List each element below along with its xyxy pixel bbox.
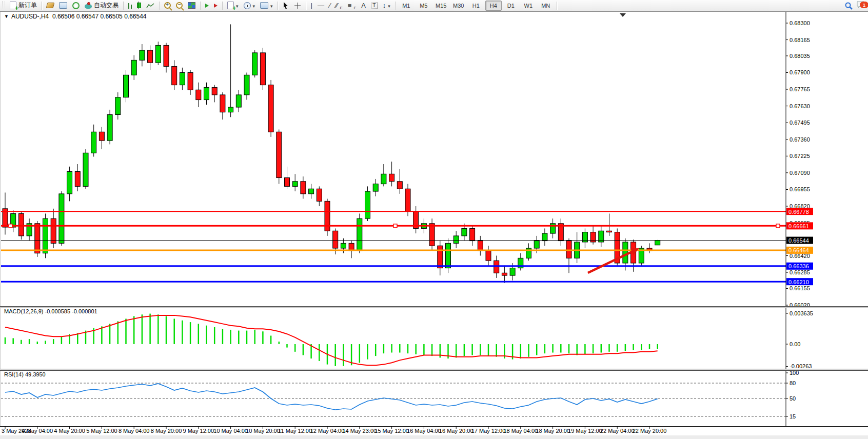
fibonacci-icon: ≡ <box>348 2 352 9</box>
candle-body <box>172 66 177 85</box>
cursor-button[interactable] <box>280 1 291 11</box>
trendline-icon: ∕ <box>329 2 330 9</box>
auto-scroll-button[interactable] <box>203 1 211 11</box>
candle-body <box>196 90 201 99</box>
toolbar-separator <box>159 2 160 10</box>
auto-trading-label: 自动交易 <box>94 1 119 10</box>
horizontal-line-button[interactable]: — <box>315 1 327 11</box>
periods-button[interactable] <box>241 1 258 11</box>
candle <box>413 206 419 233</box>
timeframe-button-h1[interactable]: H1 <box>468 1 484 11</box>
data-window-button[interactable] <box>56 1 70 11</box>
candle <box>220 92 225 119</box>
vertical-line-button[interactable]: | <box>308 1 315 11</box>
candle <box>647 243 652 253</box>
timeframe-button-mn[interactable]: MN <box>538 1 554 11</box>
toolbar-grip[interactable] <box>2 2 5 9</box>
navigator-button[interactable] <box>70 1 82 11</box>
macd-label: MACD(12,26,9) -0.000585 -0.000801 <box>4 308 97 314</box>
candle-body <box>655 241 660 245</box>
zoom-in-button[interactable] <box>162 1 173 11</box>
candle-body <box>534 241 539 248</box>
timeframe-button-m15[interactable]: M15 <box>433 1 449 11</box>
candle <box>325 199 330 236</box>
timeframe-button-m5[interactable]: M5 <box>416 1 432 11</box>
market-watch-button[interactable] <box>44 1 56 11</box>
candle-body <box>59 194 64 243</box>
chart-shift-marker[interactable] <box>620 13 626 17</box>
candle-body <box>357 218 362 251</box>
candlestick-chart-button[interactable] <box>134 1 144 11</box>
price-axis-label: 0.66285 <box>790 269 810 275</box>
toolbar-separator <box>557 2 557 10</box>
candle <box>542 228 547 246</box>
timeframe-button-m30[interactable]: M30 <box>450 1 467 11</box>
new-order-button[interactable]: 新订单 <box>7 1 40 11</box>
label-tool-button[interactable]: T <box>368 1 380 11</box>
candle-body <box>83 153 88 186</box>
candle-body <box>91 132 96 153</box>
chart-canvas[interactable]: 0.683000.681650.680350.679000.677650.676… <box>0 0 868 439</box>
notifications-button[interactable]: 1 <box>857 1 865 10</box>
line-handle[interactable] <box>776 224 780 228</box>
candle <box>566 238 571 273</box>
candle-body <box>429 224 435 246</box>
candle-body <box>155 45 161 63</box>
channel-button[interactable]: ∕∕E <box>333 1 345 11</box>
auto-trading-button[interactable]: 自动交易 <box>82 1 121 11</box>
time-axis-label: 8 May 20:00 <box>151 428 182 434</box>
templates-button[interactable] <box>258 1 275 11</box>
tile-windows-button[interactable] <box>185 1 198 11</box>
indicators-button[interactable] <box>225 1 241 11</box>
line-chart-button[interactable] <box>144 1 157 11</box>
toolbar-separator <box>123 2 124 10</box>
collapse-arrow-icon[interactable]: ▼ <box>4 14 9 19</box>
arrows-tool-button[interactable]: ↕ <box>380 1 393 11</box>
candle <box>631 240 636 272</box>
bar-chart-button[interactable] <box>126 1 134 11</box>
time-axis-label: 8 May 04:00 <box>119 428 150 434</box>
chart-shift-icon <box>214 4 218 8</box>
search-icon[interactable] <box>845 2 853 10</box>
high-value: 0.66547 <box>76 13 98 20</box>
timeframe-button-h4[interactable]: H4 <box>485 1 502 11</box>
candle <box>252 50 258 77</box>
candle-body <box>99 132 104 141</box>
line-chart-icon <box>146 3 154 9</box>
text-tool-button[interactable]: A <box>359 1 368 11</box>
zoom-out-button[interactable] <box>173 1 185 11</box>
candle-body <box>365 191 370 218</box>
rsi-pane: 100805015 <box>1 370 799 426</box>
line-handle[interactable] <box>9 224 12 228</box>
chart-shift-button[interactable] <box>211 1 220 11</box>
horizontal-line-object[interactable] <box>1 224 786 228</box>
candle <box>27 218 32 241</box>
candle-body <box>35 224 40 253</box>
price-axis-label: 0.68165 <box>790 37 810 43</box>
time-axis-label: 10 May 04:00 <box>213 428 248 434</box>
timeframe-button-w1[interactable]: W1 <box>520 1 537 11</box>
time-axis[interactable]: 3 May 20234 May 04:004 May 20:005 May 12… <box>0 427 868 434</box>
candle <box>317 186 322 206</box>
navigator-icon <box>72 2 80 9</box>
price-axis-label: 0.68035 <box>790 53 810 59</box>
trendline-button[interactable]: ∕ <box>327 1 333 11</box>
candle <box>558 218 563 246</box>
pane-separator[interactable] <box>0 307 868 308</box>
candle <box>196 83 201 107</box>
timeframe-button-m1[interactable]: M1 <box>398 1 415 11</box>
timeframe-button-d1[interactable]: D1 <box>503 1 519 11</box>
time-axis-label: 22 May 20:00 <box>633 428 667 434</box>
pane-separator[interactable] <box>0 369 868 370</box>
line-handle[interactable] <box>393 224 397 228</box>
fibonacci-button[interactable]: ≡F <box>345 1 359 11</box>
time-axis-label: 15 May 12:00 <box>374 428 409 434</box>
candle <box>357 213 362 253</box>
candle <box>438 241 443 276</box>
low-value: 0.66505 <box>100 13 122 20</box>
crosshair-button[interactable] <box>291 1 304 11</box>
candle <box>397 169 402 194</box>
candle <box>575 232 580 263</box>
candle-body <box>124 75 129 97</box>
candle <box>470 226 475 246</box>
